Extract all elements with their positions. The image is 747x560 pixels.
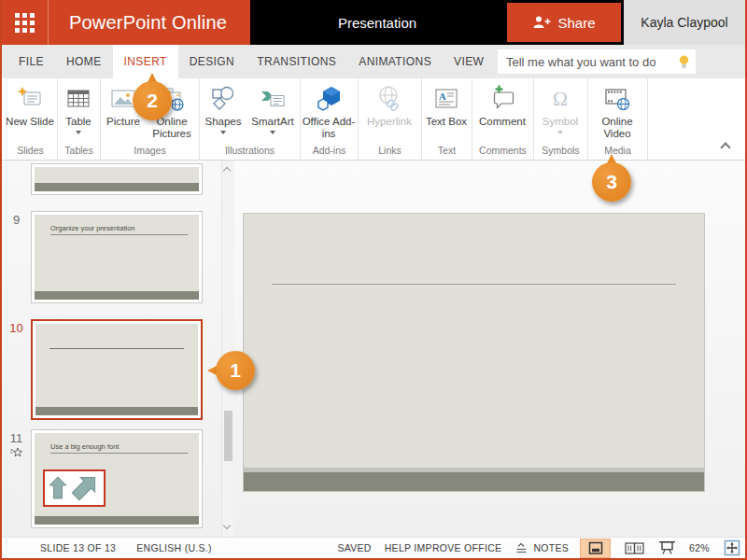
- header-brand-area: PowerPoint Online: [2, 0, 250, 45]
- office-addins-label: Office Add-ins: [301, 116, 357, 140]
- scroll-up-icon[interactable]: [224, 166, 233, 175]
- shapes-label: Shapes: [204, 116, 241, 128]
- user-name: Kayla Claypool: [641, 15, 727, 30]
- normal-view-button[interactable]: [580, 539, 611, 558]
- share-icon: [532, 15, 551, 30]
- hyperlink-button[interactable]: Hyperlink: [359, 81, 420, 128]
- slide-thumbnail-row: 11 Use a big enough font: [2, 429, 203, 528]
- chevron-up-icon: [720, 142, 730, 152]
- new-slide-icon: [16, 82, 44, 116]
- new-slide-label: New Slide: [6, 116, 54, 128]
- group-label-addins: Add-ins: [301, 145, 358, 160]
- scrollbar-thumb[interactable]: [224, 411, 233, 461]
- slide-editor-area: [235, 161, 745, 537]
- notes-label: NOTES: [533, 542, 569, 553]
- normal-view-icon: [587, 541, 604, 555]
- slide-10-thumbnail[interactable]: [31, 319, 203, 420]
- slide-9-title: Organize your presentation: [50, 224, 188, 235]
- group-label-illustrations: Illustrations: [200, 145, 300, 160]
- reading-view-icon: [625, 541, 644, 555]
- comment-button[interactable]: Comment: [472, 81, 532, 128]
- slide-10-title-line: [49, 348, 184, 349]
- online-video-button[interactable]: Online Video: [588, 81, 646, 140]
- ribbon-collapse-button[interactable]: [722, 144, 730, 152]
- ribbon-group-tables: Table Tables: [58, 78, 101, 160]
- saved-status: SAVED: [337, 542, 371, 553]
- ribbon-group-symbols: Ω Symbol Symbols: [534, 78, 588, 160]
- text-box-label: Text Box: [426, 116, 467, 128]
- share-button[interactable]: Share: [507, 3, 621, 42]
- slide-count-status: SLIDE 13 OF 13: [40, 542, 116, 553]
- tab-design[interactable]: DESIGN: [178, 45, 246, 78]
- ribbon-tab-bar: FILE HOME INSERT DESIGN TRANSITIONS ANIM…: [2, 45, 745, 78]
- slide-9-thumbnail[interactable]: Organize your presentation: [31, 211, 203, 303]
- user-account-button[interactable]: Kayla Claypool: [624, 0, 745, 45]
- ribbon-group-illustrations: Shapes SmartArt Illustrations: [200, 78, 301, 160]
- notes-toggle[interactable]: NOTES: [514, 541, 569, 554]
- callout-3-number: 3: [592, 162, 631, 202]
- group-label-text: Text: [422, 145, 472, 160]
- group-label-links: Links: [359, 145, 421, 160]
- ribbon-group-media: Online Video Media: [588, 78, 648, 160]
- ribbon-group-text: A Text Box Text: [422, 78, 472, 160]
- zoom-level[interactable]: 62%: [689, 542, 710, 553]
- callout-badge-2: 2: [133, 81, 172, 120]
- smartart-label: SmartArt: [251, 116, 293, 128]
- tell-me-search: [498, 49, 696, 74]
- tell-me-search-input[interactable]: [506, 55, 678, 69]
- slide-thumbnail-panel: 9 Organize your presentation 10: [2, 161, 235, 537]
- smartart-button[interactable]: SmartArt: [247, 81, 299, 134]
- slide-canvas[interactable]: [243, 213, 705, 492]
- callout-2-number: 2: [133, 81, 172, 120]
- slide-11-thumbnail[interactable]: Use a big enough font: [31, 429, 203, 528]
- fit-to-window-button[interactable]: [724, 539, 740, 556]
- tab-transitions[interactable]: TRANSITIONS: [246, 45, 347, 78]
- slide-footer-band: [244, 472, 704, 491]
- slide-title-line: [272, 284, 676, 285]
- dropdown-caret-icon: [270, 131, 275, 134]
- tab-view[interactable]: VIEW: [443, 45, 495, 78]
- hyperlink-label: Hyperlink: [367, 116, 412, 128]
- text-box-icon: A: [432, 82, 460, 116]
- group-label-images: Images: [101, 145, 199, 160]
- tab-home[interactable]: HOME: [55, 45, 113, 78]
- ribbon-group-addins: Office Add-ins Add-ins: [301, 78, 359, 160]
- app-launcher-icon: [15, 13, 35, 33]
- scroll-down-icon[interactable]: [224, 523, 233, 531]
- language-status[interactable]: ENGLISH (U.S.): [136, 542, 212, 553]
- slideshow-button[interactable]: [658, 540, 676, 555]
- slide-11-arrows-shape: [43, 469, 106, 507]
- group-label-comments: Comments: [472, 145, 533, 160]
- symbol-button[interactable]: Ω Symbol: [534, 81, 586, 134]
- slideshow-icon: [658, 540, 676, 555]
- table-icon: [64, 82, 92, 116]
- slide-11-title: Use a big enough font: [50, 442, 188, 454]
- help-improve-office-link[interactable]: HELP IMPROVE OFFICE: [385, 542, 502, 553]
- slide-thumbnail-row: 9 Organize your presentation: [2, 211, 203, 303]
- shapes-button[interactable]: Shapes: [200, 81, 247, 134]
- dropdown-caret-icon: [76, 131, 81, 134]
- slide-8-thumbnail[interactable]: [31, 163, 203, 195]
- fit-to-window-icon: [724, 539, 740, 556]
- main-area: 9 Organize your presentation 10: [2, 161, 745, 537]
- app-title: PowerPoint Online: [49, 12, 227, 34]
- new-slide-button[interactable]: New Slide: [4, 81, 56, 128]
- slide-10-number: 10: [2, 319, 31, 420]
- comment-icon: [488, 82, 516, 116]
- status-bar: SLIDE 13 OF 13 ENGLISH (U.S.) SAVED HELP…: [2, 537, 745, 558]
- office-addins-icon: [315, 82, 343, 116]
- office-addins-button[interactable]: Office Add-ins: [301, 81, 357, 140]
- callout-badge-1: 1: [216, 351, 255, 390]
- text-box-button[interactable]: A Text Box: [422, 81, 471, 128]
- tab-file[interactable]: FILE: [7, 45, 55, 78]
- ribbon-insert: New Slide Slides Table Tables Picture On…: [2, 78, 745, 161]
- ribbon-group-slides: New Slide Slides: [4, 78, 58, 160]
- table-button[interactable]: Table: [58, 81, 99, 134]
- app-launcher-button[interactable]: [2, 0, 49, 45]
- tab-animations[interactable]: ANIMATIONS: [347, 45, 443, 78]
- slide-thumbnail-row: 10: [2, 319, 203, 420]
- callout-1-number: 1: [216, 351, 255, 390]
- reading-view-button[interactable]: [625, 541, 644, 555]
- thumbnail-scrollbar[interactable]: [221, 161, 233, 537]
- notes-icon: [514, 541, 529, 554]
